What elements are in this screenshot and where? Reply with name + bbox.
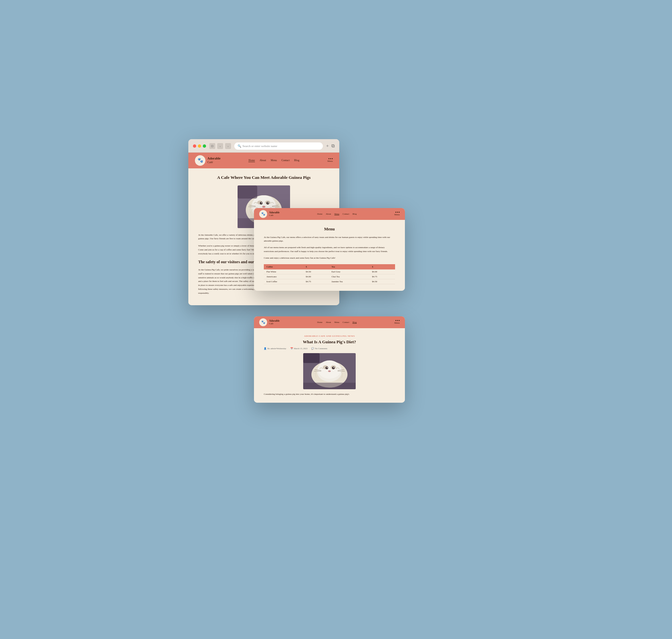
blog-nav-more[interactable]: Menu (394, 320, 400, 324)
svg-rect-15 (237, 185, 257, 199)
nav-more[interactable]: Menu (327, 158, 333, 162)
maximize-button[interactable] (203, 144, 206, 148)
main-site-nav: 🐾 Adorable Café Home About Menu Contact … (188, 153, 339, 168)
menu-logo-text: Adorable Café (269, 211, 280, 217)
comments-text: No Comments (315, 347, 327, 349)
menu-col-tea-price: $ (370, 264, 395, 269)
menu-page-content: Menu At the Guinea Pig Cafe, our menu of… (254, 220, 405, 291)
menu-row-1: Flat White $4.50 Earl Grey $4.00 (264, 269, 395, 275)
new-tab-button[interactable]: + (326, 143, 329, 149)
menu-price-earlgrey: $4.00 (370, 269, 395, 275)
search-icon: 🔍 (237, 144, 241, 148)
blog-nav-menu[interactable]: Menu (334, 321, 339, 323)
menu-row-3: Iced Coffee $4.75 Jasmine Tea $4.50 (264, 279, 395, 284)
blog-nav-about[interactable]: About (326, 321, 331, 323)
close-button[interactable] (193, 144, 196, 148)
browser-actions: + ⧉ (326, 143, 335, 149)
nav-about[interactable]: About (260, 159, 266, 162)
menu-nav-links: Home About Menu Contact Blog (317, 213, 357, 215)
blog-nav-label: Menu (394, 322, 400, 324)
menu-intro2: All of our menu items are prepared with … (264, 246, 395, 254)
menu-item-icedcoffee: Iced Coffee (264, 279, 303, 284)
blog-excerpt: Considering bringing a guinea pig into y… (264, 392, 395, 396)
menu-price-chaitea: $4.75 (370, 274, 395, 279)
menu-nav-more[interactable]: Menu (394, 212, 400, 216)
menu-nav-about[interactable]: About (326, 213, 331, 215)
browser-chrome: ⊡ ‹ › 🔍 Search or enter website name + ⧉ (188, 139, 339, 153)
menu-price-icedcoffee: $4.75 (303, 279, 329, 284)
menu-nav-home[interactable]: Home (317, 213, 323, 215)
menu-nav-blog[interactable]: Blog (353, 213, 357, 215)
back-button[interactable]: ‹ (217, 143, 223, 149)
svg-rect-32 (303, 353, 319, 363)
blog-browser-window: 🐾 Adorable Café Home About Menu Contact … (254, 316, 405, 403)
blog-date: 📅 March 15, 2023 (291, 347, 308, 350)
svg-point-27 (328, 370, 331, 372)
svg-point-8 (261, 202, 262, 203)
nav-home[interactable]: Home (248, 159, 255, 162)
blog-page-content: ADORABLE CAFE AND GUINEA PIG NEWS What I… (254, 328, 405, 403)
svg-rect-33 (303, 383, 356, 389)
nav-menu[interactable]: Menu (271, 159, 277, 162)
blog-category: ADORABLE CAFE AND GUINEA PIG NEWS (264, 335, 395, 338)
svg-point-9 (268, 202, 269, 203)
traffic-lights (193, 144, 206, 148)
menu-col-tea: Tea (329, 264, 370, 269)
menu-table: Coffee $ Tea $ Flat White $4.50 Earl Gre… (264, 264, 395, 284)
blog-nav-links: Home About Menu Contact Blog (317, 321, 357, 324)
logo-text: Adorable Café (207, 156, 220, 165)
blog-logo-text: Adorable Café (269, 320, 280, 325)
menu-logo-sub: Café (269, 214, 280, 217)
main-nav-links: Home About Menu Contact Blog (248, 159, 299, 162)
minimize-button[interactable] (198, 144, 201, 148)
menu-nav-contact[interactable]: Contact (343, 213, 349, 215)
menu-page-title: Menu (264, 227, 395, 232)
menu-site-nav: 🐾 Adorable Café Home About Menu Contact … (254, 208, 405, 220)
nav-contact[interactable]: Contact (282, 159, 290, 162)
author-text: By admin•Wednesday (267, 347, 286, 349)
blog-comments: 💬 No Comments (311, 347, 327, 350)
menu-intro1: At the Guinea Pig Cafe, our menu offers … (264, 236, 395, 244)
menu-intro3: Come and enjoy a delicious snack and som… (264, 256, 395, 260)
blog-logo-sub: Café (269, 322, 280, 325)
date-text: March 15, 2023 (294, 347, 308, 349)
menu-item-americano: Americano (264, 274, 303, 279)
tab-button[interactable]: ⧉ (331, 143, 335, 149)
blog-nav-home[interactable]: Home (317, 321, 323, 323)
menu-item-earlgrey: Earl Grey (329, 269, 370, 275)
window-icon[interactable]: ⊡ (209, 143, 215, 149)
author-icon: 👤 (264, 347, 266, 350)
nav-menu-label: Menu (327, 160, 333, 162)
address-text: Search or enter website name (243, 144, 277, 148)
svg-point-26 (333, 367, 334, 368)
blog-nav-dots-icon (395, 320, 400, 321)
main-page-title: A Cafe Where You Can Meet Adorable Guine… (198, 175, 329, 180)
blog-logo: 🐾 Adorable Café (259, 318, 280, 326)
calendar-icon: 📅 (291, 347, 293, 350)
blog-meta: 👤 By admin•Wednesday 📅 March 15, 2023 💬 … (264, 347, 395, 350)
nav-dots-icon (328, 158, 333, 159)
logo-icon: 🐾 (195, 155, 205, 166)
forward-button[interactable]: › (225, 143, 231, 149)
browser-controls: ⊡ ‹ › (209, 143, 231, 149)
menu-col-coffee: Coffee (264, 264, 303, 269)
logo-name: Adorable (207, 156, 220, 160)
blog-guinea-pig-image (303, 353, 356, 389)
menu-price-jasminetea: $4.50 (370, 279, 395, 284)
menu-price-flatwhite: $4.50 (303, 269, 329, 275)
menu-item-flatwhite: Flat White (264, 269, 303, 275)
blog-author: 👤 By admin•Wednesday (264, 347, 286, 350)
blog-logo-name: Adorable (269, 320, 280, 323)
svg-point-20 (318, 360, 341, 379)
menu-logo-icon: 🐾 (259, 210, 267, 218)
menu-nav-menu[interactable]: Menu (334, 213, 339, 215)
scene: ⊡ ‹ › 🔍 Search or enter website name + ⧉… (188, 139, 484, 500)
address-bar[interactable]: 🔍 Search or enter website name (234, 142, 323, 150)
blog-nav-contact[interactable]: Contact (343, 321, 349, 323)
menu-logo-name: Adorable (269, 211, 280, 214)
blog-logo-icon: 🐾 (259, 318, 267, 326)
site-logo: 🐾 Adorable Café (195, 155, 220, 166)
nav-blog[interactable]: Blog (294, 159, 300, 162)
menu-item-jasminetea: Jasmine Tea (329, 279, 370, 284)
blog-nav-blog[interactable]: Blog (353, 321, 357, 324)
